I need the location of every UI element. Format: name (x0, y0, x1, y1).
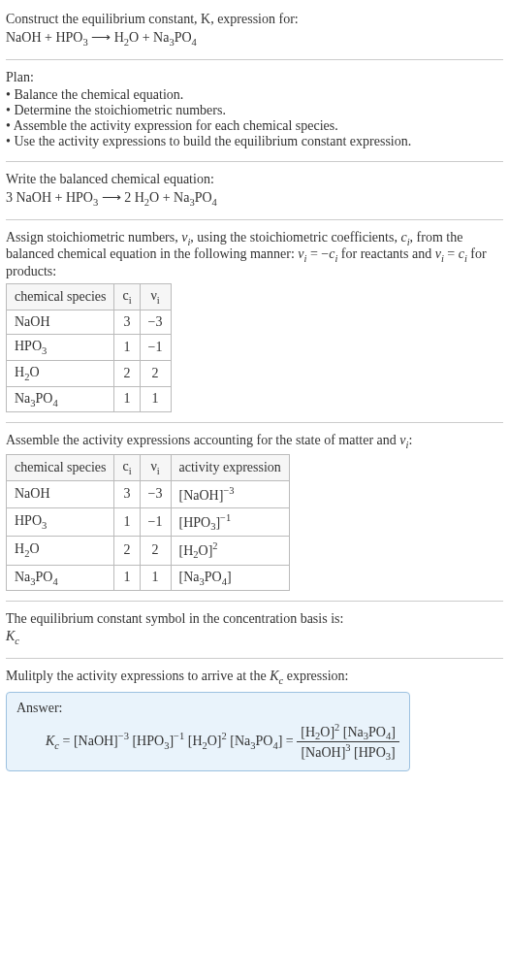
table-header-row: chemical species ci νi (7, 284, 172, 310)
balanced-section: Write the balanced chemical equation: 3 … (6, 164, 503, 217)
divider (6, 422, 503, 423)
cell-activity: [HPO3]−1 (171, 507, 289, 536)
cell-ci: 1 (114, 565, 140, 591)
balanced-heading: Write the balanced chemical equation: (6, 172, 503, 187)
table-row: HPO3 1 −1 [HPO3]−1 (7, 507, 290, 536)
col-vi: νi (140, 284, 171, 310)
col-species: chemical species (7, 284, 114, 310)
balanced-equation: 3 NaOH + HPO3 ⟶ 2 H2O + Na3PO4 (6, 189, 503, 208)
cell-vi: −1 (140, 334, 171, 360)
title-equation: NaOH + HPO3 ⟶ H2O + Na3PO4 (6, 29, 503, 48)
activity-text: Assemble the activity expressions accoun… (6, 433, 503, 450)
plan-item: Use the activity expressions to build th… (6, 134, 503, 149)
cell-ci: 3 (114, 480, 140, 507)
col-ci: ci (114, 455, 140, 481)
cell-vi: −3 (140, 310, 171, 334)
cell-vi: −1 (140, 507, 171, 536)
cell-vi: −3 (140, 480, 171, 507)
plan-heading: Plan: (6, 70, 503, 85)
cell-vi: 2 (140, 360, 171, 386)
kc-symbol-text: The equilibrium constant symbol in the c… (6, 611, 503, 627)
stoich-table: chemical species ci νi NaOH 3 −3 HPO3 1 … (6, 283, 172, 412)
cell-vi: 1 (140, 565, 171, 591)
activity-table: chemical species ci νi activity expressi… (6, 454, 290, 591)
stoich-text: Assign stoichiometric numbers, νi, using… (6, 230, 503, 280)
plan-list: Balance the chemical equation. Determine… (6, 87, 503, 149)
document-page: Construct the equilibrium constant, K, e… (0, 0, 509, 789)
plan-item: Balance the chemical equation. (6, 87, 503, 103)
col-species: chemical species (7, 455, 114, 481)
cell-activity: [H2O]2 (171, 537, 289, 565)
table-row: NaOH 3 −3 (7, 310, 172, 334)
col-activity: activity expression (171, 455, 289, 481)
divider (6, 219, 503, 220)
cell-species: H2O (7, 537, 114, 565)
plan-section: Plan: Balance the chemical equation. Det… (6, 62, 503, 159)
col-ci: ci (114, 284, 140, 310)
plan-item: Determine the stoichiometric numbers. (6, 103, 503, 118)
cell-species: NaOH (7, 310, 114, 334)
answer-box: Answer: Kc = [NaOH]−3 [HPO3]−1 [H2O]2 [N… (6, 692, 410, 771)
cell-species: HPO3 (7, 507, 114, 536)
cell-species: H2O (7, 360, 114, 386)
answer-eq-left: Kc = [NaOH]−3 [HPO3]−1 [H2O]2 [Na3PO4] = (46, 734, 297, 748)
divider (6, 601, 503, 602)
divider (6, 161, 503, 162)
cell-ci: 1 (114, 386, 140, 412)
table-row: Na3PO4 1 1 [Na3PO4] (7, 565, 290, 591)
cell-species: Na3PO4 (7, 386, 114, 412)
answer-equation: Kc = [NaOH]−3 [HPO3]−1 [H2O]2 [Na3PO4] =… (16, 722, 399, 763)
cell-vi: 2 (140, 537, 171, 565)
answer-frac-num: [H2O]2 [Na3PO4] (297, 722, 399, 742)
multiply-text: Mulitply the activity expressions to arr… (6, 669, 503, 686)
title-section: Construct the equilibrium constant, K, e… (6, 4, 503, 57)
divider (6, 59, 503, 60)
cell-ci: 2 (114, 360, 140, 386)
answer-section: Mulitply the activity expressions to arr… (6, 661, 503, 779)
cell-species: Na3PO4 (7, 565, 114, 591)
answer-frac-den: [NaOH]3 [HPO3] (297, 742, 399, 762)
kc-symbol-section: The equilibrium constant symbol in the c… (6, 604, 503, 656)
cell-ci: 2 (114, 537, 140, 565)
cell-activity: [NaOH]−3 (171, 480, 289, 507)
table-row: NaOH 3 −3 [NaOH]−3 (7, 480, 290, 507)
answer-label: Answer: (16, 701, 399, 716)
divider (6, 658, 503, 659)
cell-activity: [Na3PO4] (171, 565, 289, 591)
table-row: H2O 2 2 (7, 360, 172, 386)
title-line1: Construct the equilibrium constant, K, e… (6, 12, 503, 27)
table-row: HPO3 1 −1 (7, 334, 172, 360)
activity-section: Assemble the activity expressions accoun… (6, 425, 503, 599)
table-row: H2O 2 2 [H2O]2 (7, 537, 290, 565)
col-vi: νi (140, 455, 171, 481)
kc-symbol: Kc (6, 629, 503, 646)
table-header-row: chemical species ci νi activity expressi… (7, 455, 290, 481)
cell-vi: 1 (140, 386, 171, 412)
cell-species: HPO3 (7, 334, 114, 360)
stoich-section: Assign stoichiometric numbers, νi, using… (6, 222, 503, 421)
cell-species: NaOH (7, 480, 114, 507)
plan-item: Assemble the activity expression for eac… (6, 118, 503, 134)
table-row: Na3PO4 1 1 (7, 386, 172, 412)
cell-ci: 1 (114, 334, 140, 360)
cell-ci: 1 (114, 507, 140, 536)
answer-fraction: [H2O]2 [Na3PO4] [NaOH]3 [HPO3] (297, 722, 399, 763)
cell-ci: 3 (114, 310, 140, 334)
